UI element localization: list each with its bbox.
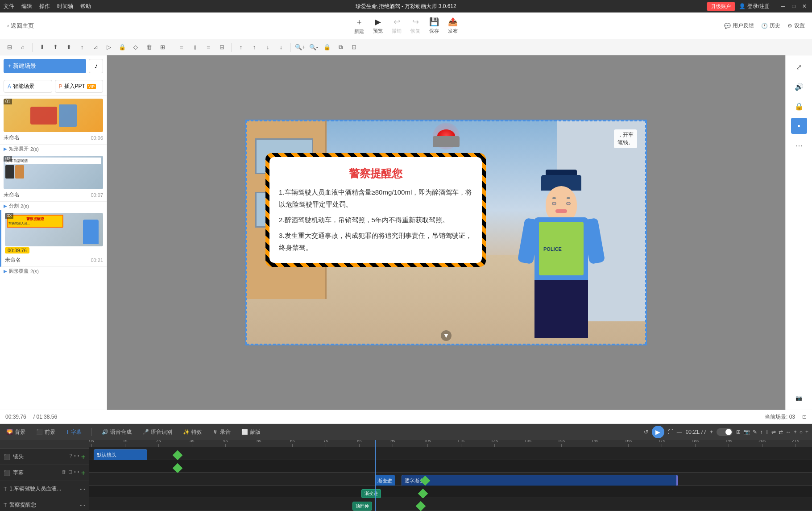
login-button[interactable]: 👤 登录/注册 (739, 3, 770, 10)
tl-effect-btn[interactable]: ✨ 特效 (180, 428, 205, 437)
tl-ctrl-1[interactable]: ⊞ (736, 429, 741, 435)
settings-button[interactable]: ⚙ 设置 (787, 22, 805, 29)
format-btn-12[interactable]: ↓ (262, 42, 273, 53)
zoom-out[interactable]: 🔍- (308, 42, 319, 53)
tl-ctrl-5[interactable]: T (765, 429, 768, 435)
format-btn-3[interactable]: ⬆ (63, 42, 75, 53)
back-home-button[interactable]: ‹ 返回主页 (7, 22, 34, 30)
preview-button[interactable]: ▶ 预览 (373, 17, 383, 34)
track-delete-sub[interactable]: 🗑 (62, 469, 66, 477)
track-more-t1[interactable]: • (83, 486, 85, 492)
format-align-right[interactable]: ≡ (203, 42, 214, 53)
fullscreen-icon[interactable]: ⛶ (668, 429, 673, 435)
save-button[interactable]: 💾 保存 (429, 17, 439, 34)
plus-icon[interactable]: + (710, 429, 713, 435)
undo-button[interactable]: ↩ 撤销 (392, 17, 402, 34)
clip-police-transition[interactable]: 渐变进 (361, 489, 381, 498)
right-tool-screenshot[interactable]: 📷 (791, 390, 807, 406)
clip-text1-main[interactable]: 逐字渐变 (402, 475, 678, 486)
format-btn-13[interactable]: ↓ (275, 42, 287, 53)
tl-ctrl-6[interactable]: ⇌ (771, 429, 776, 435)
minimize-button[interactable]: ─ (779, 2, 787, 10)
track-copy-sub[interactable]: ⊡ (68, 469, 72, 477)
format-align-left[interactable]: ≡ (176, 42, 187, 53)
tl-subtitle-btn[interactable]: T 字幕 (63, 428, 84, 437)
format-btn-5[interactable]: ⊿ (90, 42, 101, 53)
track-dot-sub[interactable]: • (74, 469, 76, 477)
right-tool-rect[interactable]: ▪ (791, 118, 807, 134)
tl-ctrl-10[interactable]: ○ (800, 429, 803, 435)
clip-content-transition[interactable]: 顶部伸 (352, 502, 372, 511)
right-tool-lock[interactable]: 🔒 (791, 98, 807, 114)
tl-ctrl-4[interactable]: ↑ (760, 429, 762, 435)
insert-ppt-button[interactable]: P 插入PPT VIP (55, 80, 104, 93)
scene-copy-icon[interactable]: ⊡ (802, 414, 807, 420)
rewind-button[interactable]: ↺ (644, 429, 648, 435)
format-align-center[interactable]: ⫿ (189, 42, 201, 53)
tl-ctrl-2[interactable]: 📷 (743, 429, 750, 435)
music-button[interactable]: ♪ (89, 59, 103, 73)
loop-toggle[interactable] (717, 428, 733, 436)
format-btn-1[interactable]: ⊟ (4, 42, 15, 53)
subtitle-diamond-marker[interactable] (173, 463, 183, 473)
format-btn-8[interactable]: ⊞ (157, 42, 168, 53)
close-button[interactable]: ✕ (800, 2, 808, 10)
redo-button[interactable]: ↪ 恢复 (410, 17, 420, 34)
feedback-button[interactable]: 💬 用户反馈 (724, 22, 754, 29)
play-button[interactable]: ▶ (652, 426, 664, 438)
right-tool-more[interactable]: ⋯ (791, 137, 807, 154)
tl-foreground-btn[interactable]: ⬛ 前景 (33, 428, 58, 437)
tl-stt-btn[interactable]: 🎤 语音识别 (140, 428, 175, 437)
police-diamond[interactable] (418, 488, 428, 499)
track-more-p[interactable]: • (83, 503, 85, 508)
track-dot-p[interactable]: • (80, 503, 82, 508)
track-add-btn[interactable]: + (81, 453, 85, 461)
format-copy[interactable]: ⧉ (335, 42, 346, 53)
format-delete[interactable]: 🗑 (143, 42, 155, 53)
scene-item-01[interactable]: 01 未命名 00:06 (0, 96, 107, 145)
new-button[interactable]: ＋ 新建 (354, 17, 364, 35)
new-scene-button[interactable]: + 新建场景 (4, 59, 86, 73)
menu-help[interactable]: 帮助 (80, 3, 91, 10)
content-diamond[interactable] (416, 501, 426, 511)
tl-ctrl-9[interactable]: + (794, 429, 797, 435)
format-btn-6[interactable]: ▷ (103, 42, 115, 53)
tl-ctrl-7[interactable]: ⇄ (779, 429, 783, 435)
format-align-top[interactable]: ⬆ (50, 42, 61, 53)
tl-background-btn[interactable]: 🌄 背景 (4, 428, 28, 437)
format-btn-2[interactable]: ⌂ (17, 42, 29, 53)
track-dot-t1[interactable]: • (80, 486, 82, 492)
format-align-bottom[interactable]: ⬇ (36, 42, 48, 53)
track-help-btn[interactable]: ? (70, 453, 72, 461)
tl-ctrl-8[interactable]: ↔ (786, 429, 791, 435)
menu-edit[interactable]: 编辑 (21, 3, 32, 10)
menu-timeline[interactable]: 时间轴 (57, 3, 73, 10)
track-more-sub[interactable]: • (78, 469, 79, 477)
format-btn-4[interactable]: ↑ (76, 42, 88, 53)
minus-icon[interactable]: — (677, 429, 682, 435)
track-dot-btn[interactable]: • (74, 453, 76, 461)
format-lock[interactable]: 🔒 (116, 42, 128, 53)
zoom-in[interactable]: 🔍+ (294, 42, 306, 53)
history-button[interactable]: 🕐 历史 (761, 22, 780, 29)
track-add-sub[interactable]: + (81, 469, 85, 477)
right-tool-audio[interactable]: 🔊 (791, 79, 807, 95)
ai-scene-button[interactable]: A 智能场景 (4, 80, 52, 93)
scene-item-02[interactable]: 02 开车前需喝酒 未命名 00:07 (0, 153, 107, 202)
canvas-expand-button[interactable]: ▼ (441, 330, 452, 341)
tl-tts-btn[interactable]: 🔊 语音合成 (99, 428, 134, 437)
tl-record-btn[interactable]: 🎙 录音 (210, 428, 233, 437)
format-btn-14[interactable]: 🔒 (321, 42, 333, 53)
right-tool-expand[interactable]: ⤢ (791, 59, 807, 75)
format-btn-11[interactable]: ↑ (249, 42, 260, 53)
timeline-playhead[interactable] (375, 440, 376, 511)
menu-operate[interactable]: 操作 (39, 3, 50, 10)
track-more-btn[interactable]: • (78, 453, 79, 461)
format-btn-9[interactable]: ⊟ (216, 42, 228, 53)
format-btn-7[interactable]: ◇ (130, 42, 141, 53)
tl-mask-btn[interactable]: ⬜ 蒙版 (239, 428, 263, 437)
clip-text1-tag[interactable]: 渐变进 (375, 475, 395, 486)
tl-ctrl-3[interactable]: ✎ (753, 429, 757, 435)
clip-default-lens[interactable]: 默认镜头 (94, 449, 147, 461)
format-btn-10[interactable]: ↑ (235, 42, 247, 53)
